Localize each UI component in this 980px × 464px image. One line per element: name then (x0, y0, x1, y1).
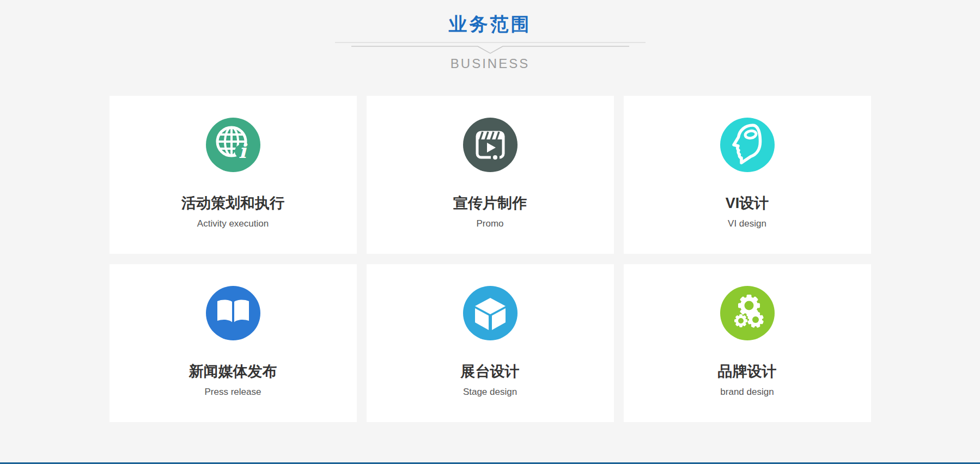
business-cards-grid: i 活动策划和执行 Activity execution 宣传片制作 Promo (0, 96, 980, 422)
section-subtitle: BUSINESS (0, 56, 980, 72)
globe-info-icon: i (206, 118, 260, 172)
card-subtitle: Promo (367, 218, 614, 229)
card-brand-design[interactable]: 品牌设计 brand design (624, 264, 871, 422)
card-title: 展台设计 (367, 363, 614, 380)
card-title: 宣传片制作 (367, 195, 614, 211)
head-profile-icon (720, 118, 775, 172)
card-subtitle: brand design (624, 387, 871, 398)
card-subtitle: VI design (624, 218, 871, 229)
card-promo[interactable]: 宣传片制作 Promo (367, 96, 614, 254)
card-title: 活动策划和执行 (109, 195, 357, 211)
clapperboard-icon (463, 118, 518, 172)
open-book-icon (206, 286, 260, 340)
card-subtitle: Press release (109, 387, 357, 398)
card-subtitle: Activity execution (109, 218, 357, 229)
card-activity-execution[interactable]: i 活动策划和执行 Activity execution (109, 96, 357, 254)
section-header: 业务范围 BUSINESS (0, 0, 980, 72)
card-stage-design[interactable]: 展台设计 Stage design (367, 264, 614, 422)
card-title: 新闻媒体发布 (109, 363, 357, 380)
card-vi-design[interactable]: VI设计 VI design (624, 96, 871, 254)
gears-icon (720, 286, 775, 340)
cube-icon (463, 286, 518, 340)
card-press-release[interactable]: 新闻媒体发布 Press release (109, 264, 357, 422)
card-title: 品牌设计 (624, 363, 871, 380)
section-title: 业务范围 (0, 12, 980, 36)
card-subtitle: Stage design (367, 387, 614, 398)
divider-chevron (335, 40, 646, 56)
card-title: VI设计 (624, 195, 871, 211)
